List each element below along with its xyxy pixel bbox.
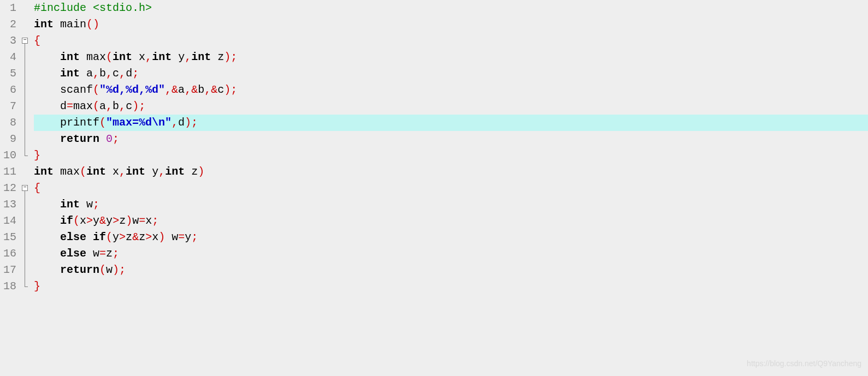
code-line[interactable]: int w; [34, 196, 868, 213]
code-token: & [172, 83, 178, 96]
code-token [34, 116, 60, 129]
code-line[interactable]: int max(int x,int y,int z); [34, 49, 868, 65]
code-token: a [178, 83, 185, 96]
code-token: ; [152, 214, 158, 227]
line-number: 18 [0, 278, 16, 295]
code-token: x [152, 231, 158, 243]
code-token: int [60, 198, 80, 211]
line-number-gutter: 123456789101112131415161718 [0, 0, 21, 376]
code-token: ) [126, 214, 132, 227]
line-number: 13 [0, 196, 16, 213]
code-line[interactable]: else if(y>z&z>x) w=y; [34, 229, 868, 246]
code-line[interactable]: int a,b,c,d; [34, 65, 868, 82]
code-token: max [86, 51, 106, 63]
code-token: int [60, 67, 80, 80]
code-token: d [178, 116, 185, 129]
code-line[interactable]: return(w); [34, 262, 868, 278]
code-token: , [93, 67, 99, 80]
fold-end-icon [25, 287, 28, 287]
code-token: = [178, 231, 185, 243]
code-token [34, 231, 60, 243]
code-token: ( [99, 264, 106, 276]
code-line[interactable]: int max(int x,int y,int z) [34, 164, 868, 180]
code-area[interactable]: #include <stdio.h>int main(){ int max(in… [31, 0, 868, 376]
code-token: if [93, 231, 106, 243]
code-token: c [217, 83, 224, 96]
code-token: return [60, 133, 99, 145]
code-token: d [126, 67, 132, 80]
code-token: { [34, 34, 40, 47]
code-token: ); [113, 264, 126, 276]
code-token: z [119, 214, 126, 227]
code-token: ); [224, 51, 237, 63]
code-token: scanf [60, 83, 93, 96]
code-token [34, 247, 60, 260]
code-token: max [73, 100, 93, 112]
fold-toggle-icon[interactable] [22, 185, 28, 191]
code-token: z [211, 51, 224, 63]
code-token: #include <stdio.h> [34, 2, 152, 14]
code-token: if [60, 214, 73, 227]
code-token [34, 83, 60, 96]
code-line[interactable]: } [34, 278, 868, 295]
line-number: 10 [0, 147, 16, 164]
code-token: , [165, 83, 172, 96]
fold-toggle-icon[interactable] [22, 38, 28, 44]
code-line[interactable]: if(x>y&y>z)w=x; [34, 213, 868, 229]
code-token [34, 133, 60, 145]
code-token: } [34, 280, 40, 293]
code-token: , [119, 165, 126, 178]
watermark-text: https://blog.csdn.net/Q9Yancheng [747, 355, 861, 372]
code-line[interactable]: } [34, 147, 868, 164]
code-token: ( [99, 116, 106, 129]
line-number: 11 [0, 164, 16, 180]
code-line[interactable]: else w=z; [34, 246, 868, 262]
code-token: ); [224, 83, 237, 96]
code-token: ( [106, 51, 113, 63]
code-token [34, 67, 60, 80]
code-token: a [99, 100, 106, 112]
code-token: int [113, 51, 132, 63]
code-token: int [86, 165, 106, 178]
code-token: = [67, 100, 73, 112]
code-token: y [185, 231, 191, 243]
line-number: 7 [0, 98, 16, 115]
code-token [86, 231, 93, 243]
code-token: z [106, 247, 113, 260]
fold-guide-line [25, 191, 25, 287]
code-token: ( [80, 165, 86, 178]
line-number: 2 [0, 16, 16, 33]
code-token: ; [93, 198, 99, 211]
code-token: , [119, 67, 126, 80]
code-token [99, 133, 106, 145]
code-line[interactable]: { [34, 180, 868, 196]
code-line[interactable]: printf("max=%d\n",d); [34, 115, 868, 131]
code-token: > [119, 231, 126, 243]
code-line[interactable]: #include <stdio.h> [34, 0, 868, 16]
code-line[interactable]: scanf("%d,%d,%d",&a,&b,&c); [34, 82, 868, 98]
code-token: int [34, 18, 54, 31]
code-token: b [113, 100, 119, 112]
code-token: , [185, 83, 191, 96]
code-token: y [93, 214, 99, 227]
code-token: & [191, 83, 198, 96]
code-editor[interactable]: 123456789101112131415161718 #include <st… [0, 0, 868, 376]
line-number: 1 [0, 0, 16, 16]
line-number: 3 [0, 33, 16, 49]
line-number: 12 [0, 180, 16, 196]
code-token [54, 165, 60, 178]
code-line[interactable]: { [34, 33, 868, 49]
code-line[interactable]: return 0; [34, 131, 868, 147]
code-token: () [86, 18, 99, 31]
code-token: , [204, 83, 211, 96]
code-token: ( [73, 214, 80, 227]
code-token: 0 [106, 133, 113, 145]
fold-end-icon [25, 156, 28, 156]
code-token: ; [113, 133, 119, 145]
code-token: , [106, 67, 113, 80]
code-token: c [126, 100, 132, 112]
code-token: ); [185, 116, 198, 129]
code-line[interactable]: d=max(a,b,c); [34, 98, 868, 115]
code-token: else [60, 231, 86, 243]
code-line[interactable]: int main() [34, 16, 868, 33]
